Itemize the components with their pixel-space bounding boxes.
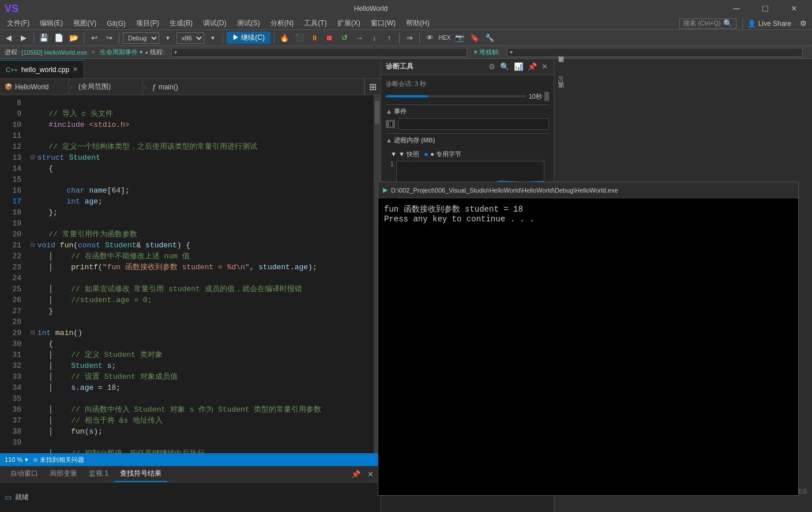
process-name[interactable]: [10560] HelloWorld.exe	[21, 49, 87, 56]
menu-help[interactable]: 帮助(H)	[401, 17, 434, 29]
open-btn[interactable]: 📂	[67, 32, 80, 44]
panel-tabs: 自动窗口 局部变量 监视 1 查找符号结果	[5, 466, 167, 482]
forward-btn[interactable]: ▶	[17, 32, 30, 44]
memory-section-header[interactable]: ▲ 进程内存 (MB)	[386, 133, 549, 145]
stop-btn[interactable]: ⏹	[323, 32, 336, 44]
lifecycle-link[interactable]: 生命周期事件 ▾	[100, 48, 143, 57]
debug-config-dropdown[interactable]: Debug	[123, 32, 159, 44]
debug-misc-btn[interactable]: 🔧	[483, 32, 496, 44]
maximize-button[interactable]: □	[752, 0, 779, 17]
settings-diag-icon[interactable]: ⚙	[487, 61, 497, 72]
y-max: 1	[390, 161, 394, 167]
panel-close-icon[interactable]: ✕	[365, 469, 376, 480]
menu-test[interactable]: 测试(S)	[232, 17, 265, 29]
time-handle[interactable]	[544, 92, 549, 101]
platform-arrow[interactable]: ▼	[206, 32, 219, 44]
tab-watch1[interactable]: 监视 1	[83, 466, 114, 482]
breadcrumb-project[interactable]: 📦 HelloWorld	[0, 79, 69, 95]
chart-icon[interactable]: 📊	[513, 61, 524, 72]
separator-1: ▾	[92, 48, 95, 56]
search-label: 搜索 (Ctrl+Q)	[683, 19, 720, 28]
sidebar-tab-test[interactable]: 测试	[556, 89, 566, 96]
platform-dropdown[interactable]: x86	[176, 32, 204, 44]
menu-tools[interactable]: 工具(T)	[299, 17, 331, 29]
menu-extensions[interactable]: 扩展(X)	[333, 17, 365, 29]
private-bytes-label: ● 专用字节	[430, 150, 461, 159]
undo-btn[interactable]: ↩	[88, 32, 100, 44]
snapshot-legend: ▼ ▼ 快照	[390, 150, 419, 159]
pin-diag-icon[interactable]: 📌	[527, 61, 538, 72]
snapshot-btn[interactable]: 📷	[453, 32, 466, 44]
minimize-button[interactable]: ─	[723, 0, 750, 17]
step-over-btn[interactable]: →	[353, 32, 366, 44]
toolbar-sep-6	[399, 33, 400, 43]
back-btn[interactable]: ◀	[2, 32, 15, 44]
add-split-editor-btn[interactable]: ⊞	[364, 79, 381, 95]
save-btn[interactable]: 💾	[37, 32, 50, 44]
breadcrumb-symbol[interactable]: ƒ main()	[148, 79, 364, 95]
break-btn[interactable]: ⏸	[308, 32, 321, 44]
sidebar-tab-debugger[interactable]: 渐进式调试器	[556, 63, 566, 70]
status-ready-label: 就绪	[15, 492, 29, 502]
run-to-cursor-btn[interactable]: ⇒	[403, 32, 416, 44]
breadcrumb-scope[interactable]: (全局范围)	[74, 79, 143, 95]
snapshot-label: ▼ 快照	[399, 150, 419, 159]
separator-2: •	[145, 49, 148, 56]
close-diag-icon[interactable]: ✕	[540, 61, 549, 72]
title-bar-left: VS	[5, 3, 18, 15]
live-share-button[interactable]: 👤 Live Share	[742, 18, 796, 29]
project-icon: 📦	[5, 83, 13, 91]
step-out-btn[interactable]: ↑	[383, 32, 396, 44]
callstack-dropdown[interactable]: ▾	[510, 49, 513, 55]
tab-hello-world[interactable]: C++ hello_world.cpp ✕	[0, 60, 84, 78]
menu-bar: 文件(F) 编辑(E) 视图(V) Git(G) 项目(P) 生成(B) 调试(…	[0, 17, 812, 30]
fire-btn[interactable]: 🔥	[278, 32, 291, 44]
tab-find-symbol[interactable]: 查找符号结果	[114, 466, 167, 482]
debug-bar: 进程: [10560] HelloWorld.exe ▾ 生命周期事件 ▾ • …	[0, 46, 812, 59]
no-issues-status: ⊙ 未找到相关问题	[33, 455, 84, 464]
events-chart	[399, 118, 549, 130]
menu-window[interactable]: 窗口(W)	[366, 17, 400, 29]
new-file-btn[interactable]: 📄	[52, 32, 65, 44]
menu-build[interactable]: 生成(B)	[165, 17, 197, 29]
close-button[interactable]: ×	[781, 0, 807, 17]
terminal-content[interactable]: fun 函数接收到参数 student = 18 Press any key t…	[378, 198, 798, 495]
sidebar-tab-git[interactable]: Git	[557, 73, 565, 87]
menu-edit[interactable]: 编辑(E)	[35, 17, 67, 29]
toolbar-sep-2	[84, 33, 84, 43]
toolbar-sep-7	[419, 33, 420, 43]
continue-button[interactable]: ▶ 继续(C)	[227, 32, 270, 44]
menu-file[interactable]: 文件(F)	[2, 17, 34, 29]
menu-analyze[interactable]: 分析(N)	[266, 17, 299, 29]
bookmark-btn[interactable]: 🔖	[468, 32, 481, 44]
breakpoint-btn[interactable]: ⬛	[293, 32, 306, 44]
pause-button[interactable]: ⏸	[386, 120, 395, 128]
code-content[interactable]: // 导入 c 头文件 #include <stdio.h> // 定义一个结构…	[26, 95, 374, 453]
restart-btn[interactable]: ↺	[338, 32, 351, 44]
callstack-link[interactable]: ▾ 堆栈帧:	[474, 48, 500, 57]
tab-locals[interactable]: 局部变量	[44, 466, 83, 482]
status-bar: 110 % ▾ ⊙ 未找到相关问题	[0, 453, 381, 466]
menu-view[interactable]: 视图(V)	[69, 17, 101, 29]
watch-btn[interactable]: 👁	[423, 32, 436, 44]
terminal-path: D:\002_Project\006_Visual_Studio\HelloWo…	[391, 187, 618, 194]
zoom-level[interactable]: 110 % ▾	[5, 456, 28, 464]
settings-icon[interactable]: ⚙	[797, 17, 810, 30]
no-issues-label: ⊙ 未找到相关问题	[33, 455, 84, 464]
redo-btn[interactable]: ↪	[103, 32, 115, 44]
step-into-btn[interactable]: ↓	[368, 32, 381, 44]
search-box[interactable]: 搜索 (Ctrl+Q) 🔍	[679, 18, 736, 29]
panel-pin-icon[interactable]: 📌	[349, 469, 363, 480]
scroll-thumb[interactable]	[375, 101, 379, 124]
menu-git[interactable]: Git(G)	[102, 18, 130, 29]
tab-auto-window[interactable]: 自动窗口	[5, 466, 44, 482]
hex-btn[interactable]: HEX	[438, 32, 451, 44]
menu-debug[interactable]: 调试(D)	[198, 17, 231, 29]
diagnostics-title: 诊断工具	[386, 62, 413, 71]
dropdown-arrow[interactable]: ▼	[161, 32, 174, 44]
search-diag-icon[interactable]: 🔍	[499, 61, 510, 72]
menu-project[interactable]: 项目(P)	[131, 17, 164, 29]
tab-close-icon[interactable]: ✕	[73, 66, 78, 73]
active-line-marker	[0, 95, 2, 453]
thread-dropdown[interactable]: ▾	[174, 49, 177, 55]
